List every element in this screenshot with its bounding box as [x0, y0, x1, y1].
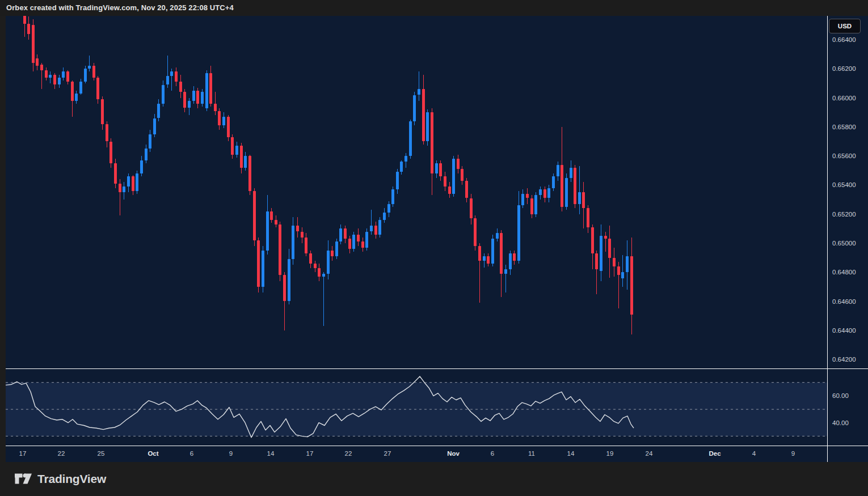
- candle-up: [626, 256, 629, 272]
- time-axis-label: 11: [519, 450, 544, 457]
- candle-down: [275, 220, 277, 224]
- candle-wick: [579, 166, 580, 214]
- candle-down: [40, 65, 43, 70]
- candle-down: [314, 264, 317, 268]
- candle-up: [578, 192, 581, 204]
- time-axis-label: 17: [10, 450, 35, 457]
- price-axis-label: 0.64200: [832, 355, 856, 363]
- candle-down: [617, 266, 620, 275]
- candle-down: [318, 268, 321, 277]
- candle-down: [183, 92, 186, 108]
- candle-up: [292, 226, 294, 259]
- candle-up: [517, 205, 520, 260]
- candle-down: [444, 176, 446, 186]
- candle-down: [227, 117, 230, 137]
- candle-down: [591, 227, 594, 253]
- candle-up: [509, 253, 512, 269]
- candle-up: [483, 256, 486, 261]
- candle-down: [209, 73, 212, 104]
- candle-up: [262, 251, 264, 287]
- candle-up: [383, 213, 386, 220]
- time-axis-label: 17: [297, 450, 322, 457]
- candle-down: [587, 208, 589, 227]
- candle-down: [132, 176, 134, 191]
- candle-up: [170, 71, 173, 76]
- tradingview-logo-icon: [14, 472, 32, 486]
- candle-up: [201, 92, 204, 104]
- price-pane[interactable]: [6, 16, 827, 369]
- candle-down: [66, 71, 69, 82]
- price-axis-label: 0.64600: [832, 298, 856, 306]
- candle-up: [335, 241, 338, 256]
- chart-attribution-title: Orbex created with TradingView.com, Nov …: [6, 3, 234, 12]
- candle-up: [534, 195, 537, 214]
- candle-up: [75, 94, 78, 101]
- candle-up: [557, 165, 559, 177]
- currency-toggle-button[interactable]: USD: [829, 19, 861, 33]
- candle-wick: [89, 56, 90, 71]
- tradingview-brand-link[interactable]: TradingView: [14, 472, 106, 486]
- candle-up: [565, 178, 568, 207]
- candle-wick: [419, 71, 419, 100]
- rsi-axis-label: 40.00: [832, 419, 849, 427]
- candle-up: [49, 75, 52, 78]
- candle-up: [153, 118, 156, 134]
- price-axis-label: 0.65000: [832, 239, 856, 247]
- time-axis-label: 22: [336, 450, 361, 457]
- time-axis-label: 25: [89, 450, 113, 457]
- candle-down: [574, 168, 576, 204]
- candle-down: [119, 184, 121, 192]
- candle-up: [365, 232, 368, 248]
- candle-down: [526, 194, 529, 198]
- candle-up: [552, 176, 555, 188]
- candle-up: [145, 149, 148, 160]
- candle-down: [374, 226, 377, 234]
- candle-up: [123, 186, 125, 192]
- candle-up: [222, 117, 225, 125]
- time-axis-label: 6: [480, 450, 505, 457]
- candle-up: [521, 194, 524, 206]
- candle-up: [339, 228, 342, 241]
- candle-down: [543, 189, 546, 198]
- price-axis[interactable]: USD 0.664000.662000.660000.658000.656000…: [827, 16, 868, 462]
- price-axis-label: 0.64400: [832, 327, 856, 334]
- candle-down: [114, 163, 117, 184]
- candle-up: [391, 189, 394, 204]
- candle-down: [470, 198, 473, 219]
- candle-down: [595, 253, 598, 269]
- candle-down: [218, 111, 221, 126]
- candle-down: [196, 91, 199, 104]
- candle-down: [301, 232, 304, 238]
- rsi-pane[interactable]: [6, 369, 827, 446]
- candle-up: [127, 176, 130, 186]
- tradingview-brand-text: TradingView: [37, 472, 106, 486]
- price-axis-label: 0.65400: [832, 181, 856, 189]
- candle-down: [561, 165, 563, 207]
- candle-down: [27, 24, 30, 34]
- candle-up: [435, 163, 438, 173]
- candle-up: [621, 272, 624, 278]
- candle-down: [283, 275, 286, 301]
- candle-down: [101, 99, 104, 124]
- candle-up: [547, 188, 550, 198]
- candle-up: [62, 71, 65, 77]
- candle-down: [361, 241, 364, 247]
- candle-up: [409, 121, 412, 156]
- candle-down: [240, 146, 243, 168]
- candle-up: [58, 78, 61, 85]
- candle-up: [157, 104, 160, 118]
- time-axis-label: 22: [49, 450, 74, 457]
- pane-separator[interactable]: [6, 368, 868, 369]
- candle-down: [422, 89, 425, 141]
- candle-up: [162, 85, 165, 104]
- candle-wick: [622, 255, 623, 287]
- time-axis[interactable]: 172225Oct6914172227Nov611141924Dec49: [6, 446, 827, 462]
- candle-down: [439, 163, 442, 176]
- time-axis-label: 19: [597, 450, 622, 457]
- candle-down: [461, 169, 464, 181]
- candle-up: [570, 168, 572, 178]
- candle-up: [84, 69, 87, 82]
- rsi-axis-label: 60.00: [832, 392, 849, 400]
- price-axis-label: 0.66200: [832, 65, 856, 73]
- rsi-plot: [6, 369, 827, 446]
